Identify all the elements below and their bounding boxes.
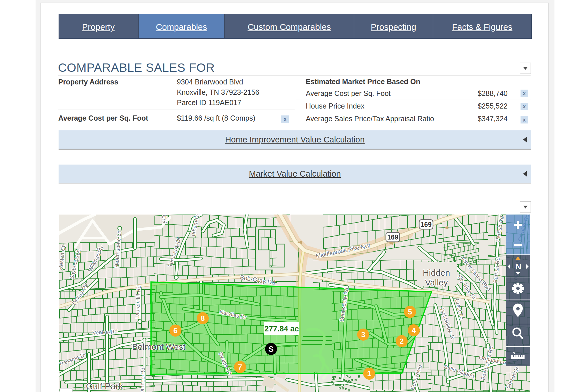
svg-text:5: 5 bbox=[408, 308, 412, 316]
svg-text:169: 169 bbox=[421, 221, 432, 228]
svg-text:Hidden: Hidden bbox=[423, 268, 450, 277]
svg-text:annee-Rd: annee-Rd bbox=[139, 368, 146, 392]
svg-text:1: 1 bbox=[367, 369, 371, 378]
svg-text:3: 3 bbox=[361, 330, 365, 339]
svg-text:N: N bbox=[515, 262, 521, 271]
svg-text:277.84 ac: 277.84 ac bbox=[264, 325, 299, 333]
svg-text:4: 4 bbox=[412, 326, 416, 335]
svg-text:6: 6 bbox=[173, 326, 177, 335]
svg-text:S: S bbox=[268, 345, 274, 354]
svg-text:2: 2 bbox=[400, 337, 404, 345]
svg-text:y-Dr: y-Dr bbox=[161, 215, 168, 223]
svg-text:8: 8 bbox=[201, 314, 205, 323]
svg-text:Belmont West: Belmont West bbox=[132, 342, 186, 352]
svg-text:7: 7 bbox=[238, 363, 242, 371]
svg-text:Valley: Valley bbox=[425, 278, 448, 287]
svg-text:Gulf Park: Gulf Park bbox=[86, 381, 123, 391]
svg-text:169: 169 bbox=[387, 233, 398, 241]
